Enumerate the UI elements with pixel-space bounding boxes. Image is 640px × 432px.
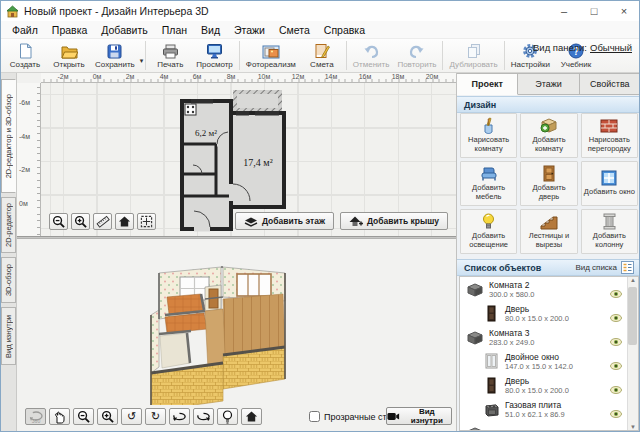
visibility-eye-icon[interactable] bbox=[610, 428, 622, 431]
menu-add[interactable]: Добавить bbox=[94, 22, 154, 38]
tab-2d-and-3d[interactable]: 2D-редактор и 3D-обзор bbox=[1, 79, 16, 193]
visibility-eye-icon[interactable] bbox=[610, 404, 622, 422]
zoom-out-3d-button[interactable] bbox=[73, 408, 94, 425]
app-window: Новый проект - Дизайн Интерьера 3D – □ ×… bbox=[0, 0, 640, 432]
object-row-room2[interactable]: Комната 2300.0 x 580.0 bbox=[460, 277, 638, 301]
add-window-button[interactable]: Добавить окно bbox=[581, 161, 638, 206]
minimize-button[interactable]: – bbox=[549, 1, 579, 21]
visibility-eye-icon[interactable] bbox=[610, 308, 622, 326]
object-row-stove[interactable]: Газовая плита51.0 x 62.1 x 86.9 bbox=[460, 397, 638, 421]
visibility-eye-icon[interactable] bbox=[610, 284, 622, 302]
lighting-bulb-button[interactable] bbox=[217, 408, 238, 425]
living-door-opening bbox=[229, 184, 234, 201]
list-view-icon[interactable] bbox=[621, 261, 634, 274]
add-furniture-button[interactable]: Добавить мебель bbox=[460, 161, 517, 206]
open-project-button[interactable]: Открыть bbox=[47, 40, 91, 72]
add-column-button[interactable]: Добавить колонну bbox=[581, 209, 638, 254]
3d-viewport[interactable]: 360 ↺ ↻ bbox=[17, 239, 456, 432]
grid-button[interactable] bbox=[137, 213, 156, 230]
double-window-icon bbox=[481, 353, 501, 369]
panel-view-value[interactable]: Обычный bbox=[590, 42, 632, 53]
tab-inside-view[interactable]: Вид изнутри bbox=[1, 307, 16, 365]
home-3d-button[interactable] bbox=[241, 408, 262, 425]
orbit-right-button[interactable] bbox=[193, 408, 214, 425]
visibility-eye-icon[interactable] bbox=[610, 332, 622, 350]
object-row-room7[interactable]: Комната 7 bbox=[460, 421, 638, 431]
pan-hand-button[interactable] bbox=[49, 408, 70, 425]
object-row-door1[interactable]: Дверь80.0 x 15.0 x 200.0 bbox=[460, 301, 638, 325]
tab-2d-editor[interactable]: 2D-редактор bbox=[1, 197, 16, 253]
draw-partition-button[interactable]: Нарисовать перегородку bbox=[581, 113, 638, 158]
tab-3d-view[interactable]: 3D-обзор bbox=[1, 257, 16, 303]
gas-stove-symbol[interactable] bbox=[185, 104, 196, 115]
zoom-in-button[interactable] bbox=[71, 213, 90, 230]
menu-floors[interactable]: Этажи bbox=[227, 22, 272, 38]
panel-view-switch[interactable]: Вид панели:Обычный bbox=[533, 42, 632, 53]
scrollbar-thumb[interactable] bbox=[628, 287, 637, 345]
undo-arrow-icon bbox=[363, 43, 380, 59]
add-roof-button[interactable]: Добавить крышу bbox=[340, 212, 448, 230]
stairs-cutouts-button[interactable]: Лестницы и вырезы bbox=[520, 209, 577, 254]
rotate-up-button[interactable]: ↺ bbox=[121, 408, 142, 425]
add-floor-button[interactable]: Добавить этаж bbox=[235, 212, 334, 230]
save-project-button[interactable]: Сохранить bbox=[91, 40, 139, 72]
maximize-button[interactable]: □ bbox=[579, 1, 609, 21]
add-lighting-button[interactable]: Добавить освещение bbox=[460, 209, 517, 254]
object-row-door2[interactable]: Дверь80.0 x 15.0 x 200.0 bbox=[460, 373, 638, 397]
fit-home-button[interactable] bbox=[115, 213, 134, 230]
new-project-button[interactable]: Создать bbox=[3, 40, 47, 72]
photorealism-icon bbox=[262, 43, 280, 59]
list-view-switch[interactable]: Вид списка bbox=[575, 261, 634, 274]
save-dropdown-arrow[interactable]: ▾ bbox=[140, 57, 144, 65]
photorealism-button[interactable]: Фотореализм bbox=[242, 40, 300, 72]
measure-ruler-button[interactable] bbox=[93, 213, 112, 230]
duplicate-button[interactable]: Дублировать bbox=[445, 40, 501, 72]
menu-plan[interactable]: План bbox=[155, 22, 194, 38]
room-icon bbox=[465, 330, 485, 345]
menu-edit[interactable]: Правка bbox=[45, 22, 94, 38]
redo-button[interactable]: Повторить bbox=[393, 40, 440, 72]
menu-file[interactable]: Файл bbox=[5, 22, 45, 38]
add-room-button[interactable]: Добавить комнату bbox=[520, 113, 577, 158]
2d-tools bbox=[49, 213, 156, 230]
transparent-walls-checkbox[interactable] bbox=[309, 411, 320, 422]
room-icon bbox=[465, 426, 485, 432]
inside-view-button[interactable]: Вид изнутри bbox=[386, 407, 452, 425]
scroll-up-arrow[interactable]: ▲ bbox=[630, 277, 636, 283]
main-toolbar: Создать Открыть Сохранить ▾ Печать bbox=[1, 39, 639, 73]
preview-button[interactable]: Просмотр bbox=[192, 40, 237, 72]
undo-button[interactable]: Отменить bbox=[349, 40, 394, 72]
add-door-button[interactable]: Добавить дверь bbox=[520, 161, 577, 206]
2d-plan-canvas[interactable]: 6,2 м² 17,4 м² bbox=[41, 83, 456, 236]
object-row-double-window[interactable]: Двойное окно147.0 x 15.0 x 142.0 bbox=[460, 349, 638, 373]
estimate-button[interactable]: Смета bbox=[300, 40, 344, 72]
balcony-floor bbox=[237, 94, 278, 108]
add-room-icon bbox=[539, 117, 558, 134]
object-row-room3[interactable]: Комната 3283.0 x 249.0 bbox=[460, 325, 638, 349]
left-rooms-block bbox=[182, 101, 231, 229]
menu-estimate[interactable]: Смета bbox=[272, 22, 317, 38]
visibility-eye-icon[interactable] bbox=[610, 380, 622, 398]
tab-floors[interactable]: Этажи bbox=[518, 73, 579, 95]
zoom-out-button[interactable] bbox=[49, 213, 68, 230]
zoom-in-3d-button[interactable] bbox=[97, 408, 118, 425]
print-button[interactable]: Печать bbox=[148, 40, 192, 72]
ruler-label: 8м bbox=[227, 73, 236, 80]
scroll-down-arrow[interactable]: ▼ bbox=[630, 424, 636, 430]
orbit-left-button[interactable] bbox=[169, 408, 190, 425]
brick-wall-icon bbox=[600, 118, 618, 134]
rotate-down-button[interactable]: ↻ bbox=[145, 408, 166, 425]
menu-help[interactable]: Справка bbox=[317, 22, 372, 38]
duplicate-pages-icon bbox=[466, 43, 482, 59]
rotate-360-button[interactable]: 360 bbox=[25, 408, 46, 425]
draw-room-button[interactable]: Нарисовать комнату bbox=[460, 113, 517, 158]
tab-properties[interactable]: Свойства bbox=[580, 73, 640, 95]
visibility-eye-icon[interactable] bbox=[610, 356, 622, 374]
menu-view[interactable]: Вид bbox=[194, 22, 227, 38]
camera-icon bbox=[387, 412, 400, 421]
svg-text:360: 360 bbox=[31, 418, 40, 424]
ruler-label: -2м bbox=[57, 73, 68, 80]
close-button[interactable]: × bbox=[609, 1, 639, 21]
toolbar-separator bbox=[145, 41, 146, 70]
tab-project[interactable]: Проект bbox=[457, 73, 518, 95]
